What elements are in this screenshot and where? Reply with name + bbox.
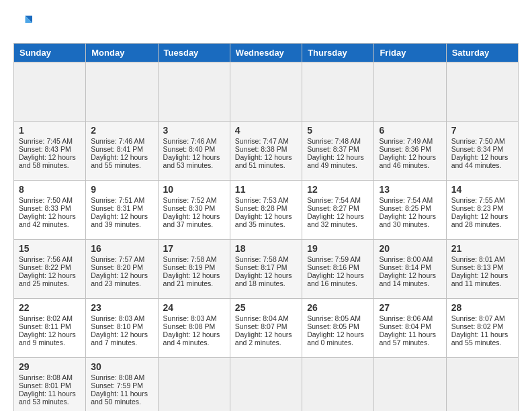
calendar-cell: 20Sunrise: 8:00 AMSunset: 8:14 PMDayligh… [374, 240, 446, 299]
sunrise: Sunrise: 7:49 AM [379, 137, 433, 145]
sunset: Sunset: 8:07 PM [235, 322, 287, 330]
calendar-table: SundayMondayTuesdayWednesdayThursdayFrid… [13, 43, 519, 411]
sunset: Sunset: 8:04 PM [379, 322, 431, 330]
day-number: 5 [307, 125, 369, 136]
sunrise: Sunrise: 8:03 AM [91, 314, 144, 322]
calendar-cell: 15Sunrise: 7:56 AMSunset: 8:22 PMDayligh… [14, 240, 86, 299]
sunrise: Sunrise: 7:59 AM [307, 255, 361, 263]
calendar-week-3: 15Sunrise: 7:56 AMSunset: 8:22 PMDayligh… [14, 240, 519, 299]
daylight: Daylight: 12 hours and 39 minutes. [91, 212, 148, 228]
logo [13, 13, 35, 32]
calendar-cell [302, 358, 374, 412]
calendar-week-0 [14, 62, 519, 122]
sunset: Sunset: 8:20 PM [91, 263, 143, 271]
calendar-cell [230, 62, 302, 122]
sunset: Sunset: 8:05 PM [307, 322, 359, 330]
daylight: Daylight: 12 hours and 58 minutes. [19, 153, 76, 169]
sunset: Sunset: 8:19 PM [163, 263, 216, 271]
calendar-cell: 28Sunrise: 8:07 AMSunset: 8:02 PMDayligh… [446, 299, 518, 358]
sunrise: Sunrise: 7:55 AM [451, 196, 505, 204]
sunrise: Sunrise: 7:46 AM [163, 137, 217, 145]
header-cell-monday: Monday [86, 44, 158, 62]
sunrise: Sunrise: 8:00 AM [379, 255, 433, 263]
calendar-cell [446, 358, 518, 412]
sunrise: Sunrise: 8:04 AM [235, 314, 289, 322]
daylight: Daylight: 12 hours and 46 minutes. [379, 153, 436, 169]
sunrise: Sunrise: 7:58 AM [163, 255, 217, 263]
sunrise: Sunrise: 8:08 AM [91, 373, 144, 381]
sunset: Sunset: 8:11 PM [19, 322, 71, 330]
sunrise: Sunrise: 7:53 AM [235, 196, 289, 204]
sunset: Sunset: 8:41 PM [91, 145, 143, 153]
calendar-cell [446, 62, 518, 122]
calendar-cell: 19Sunrise: 7:59 AMSunset: 8:16 PMDayligh… [302, 240, 374, 299]
sunrise: Sunrise: 7:54 AM [379, 196, 433, 204]
day-number: 20 [379, 243, 441, 254]
daylight: Daylight: 12 hours and 2 minutes. [235, 330, 292, 347]
calendar-cell: 23Sunrise: 8:03 AMSunset: 8:10 PMDayligh… [86, 299, 158, 358]
calendar-cell: 9Sunrise: 7:51 AMSunset: 8:31 PMDaylight… [86, 181, 158, 240]
daylight: Daylight: 12 hours and 37 minutes. [163, 212, 220, 228]
day-number: 3 [163, 125, 225, 136]
sunrise: Sunrise: 8:05 AM [307, 314, 361, 322]
day-number: 13 [379, 184, 441, 195]
sunset: Sunset: 8:38 PM [235, 145, 287, 153]
day-number: 7 [451, 125, 513, 136]
calendar-cell: 7Sunrise: 7:50 AMSunset: 8:34 PMDaylight… [446, 122, 518, 181]
calendar-cell: 10Sunrise: 7:52 AMSunset: 8:30 PMDayligh… [158, 181, 230, 240]
daylight: Daylight: 12 hours and 32 minutes. [307, 212, 364, 228]
day-number: 24 [163, 302, 225, 313]
sunset: Sunset: 8:10 PM [91, 322, 143, 330]
day-number: 28 [451, 302, 513, 313]
sunrise: Sunrise: 7:57 AM [91, 255, 144, 263]
daylight: Daylight: 12 hours and 44 minutes. [451, 153, 508, 169]
header-cell-thursday: Thursday [302, 44, 374, 62]
day-number: 18 [235, 243, 297, 254]
calendar-cell: 11Sunrise: 7:53 AMSunset: 8:28 PMDayligh… [230, 181, 302, 240]
sunrise: Sunrise: 7:47 AM [235, 137, 289, 145]
calendar-cell: 5Sunrise: 7:48 AMSunset: 8:37 PMDaylight… [302, 122, 374, 181]
day-number: 22 [19, 302, 81, 313]
calendar-cell: 18Sunrise: 7:58 AMSunset: 8:17 PMDayligh… [230, 240, 302, 299]
daylight: Daylight: 11 hours and 57 minutes. [379, 330, 436, 347]
daylight: Daylight: 12 hours and 55 minutes. [91, 153, 148, 169]
calendar-cell [86, 62, 158, 122]
sunset: Sunset: 8:23 PM [451, 204, 504, 212]
sunset: Sunset: 8:36 PM [379, 145, 431, 153]
calendar-cell: 8Sunrise: 7:50 AMSunset: 8:33 PMDaylight… [14, 181, 86, 240]
calendar-cell [230, 358, 302, 412]
calendar-cell: 26Sunrise: 8:05 AMSunset: 8:05 PMDayligh… [302, 299, 374, 358]
calendar-header: SundayMondayTuesdayWednesdayThursdayFrid… [14, 44, 519, 62]
calendar-cell [374, 62, 446, 122]
calendar-cell [302, 62, 374, 122]
calendar-cell: 4Sunrise: 7:47 AMSunset: 8:38 PMDaylight… [230, 122, 302, 181]
sunset: Sunset: 8:16 PM [307, 263, 359, 271]
day-number: 9 [91, 184, 152, 195]
day-number: 1 [19, 125, 81, 136]
calendar-cell [14, 62, 86, 122]
day-number: 26 [307, 302, 369, 313]
daylight: Daylight: 12 hours and 25 minutes. [19, 271, 76, 287]
day-number: 30 [91, 361, 152, 372]
calendar-cell: 24Sunrise: 8:03 AMSunset: 8:08 PMDayligh… [158, 299, 230, 358]
calendar-cell [374, 358, 446, 412]
daylight: Daylight: 12 hours and 14 minutes. [379, 271, 436, 287]
sunset: Sunset: 8:33 PM [19, 204, 71, 212]
sunrise: Sunrise: 7:51 AM [91, 196, 144, 204]
sunrise: Sunrise: 7:48 AM [307, 137, 361, 145]
daylight: Daylight: 12 hours and 28 minutes. [451, 212, 508, 228]
calendar-week-5: 29Sunrise: 8:08 AMSunset: 8:01 PMDayligh… [14, 358, 519, 412]
daylight: Daylight: 12 hours and 18 minutes. [235, 271, 292, 287]
calendar-cell: 3Sunrise: 7:46 AMSunset: 8:40 PMDaylight… [158, 122, 230, 181]
sunrise: Sunrise: 8:06 AM [379, 314, 433, 322]
calendar-cell: 14Sunrise: 7:55 AMSunset: 8:23 PMDayligh… [446, 181, 518, 240]
day-number: 21 [451, 243, 513, 254]
day-number: 2 [91, 125, 152, 136]
sunrise: Sunrise: 7:50 AM [451, 137, 505, 145]
day-number: 11 [235, 184, 297, 195]
calendar-cell: 2Sunrise: 7:46 AMSunset: 8:41 PMDaylight… [86, 122, 158, 181]
daylight: Daylight: 12 hours and 53 minutes. [163, 153, 220, 169]
daylight: Daylight: 11 hours and 55 minutes. [451, 330, 508, 347]
calendar-cell: 29Sunrise: 8:08 AMSunset: 8:01 PMDayligh… [14, 358, 86, 412]
calendar-cell: 6Sunrise: 7:49 AMSunset: 8:36 PMDaylight… [374, 122, 446, 181]
